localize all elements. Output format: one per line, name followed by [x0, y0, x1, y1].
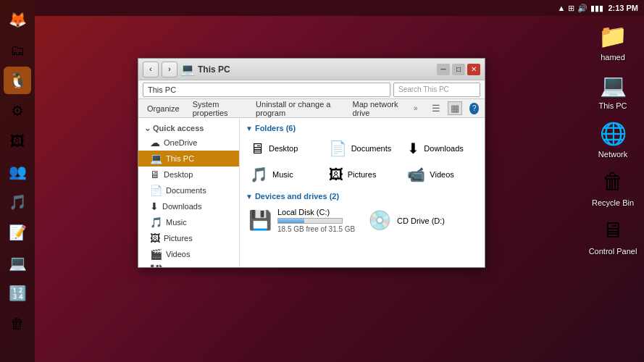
- cd-drive-name: CD Drive (D:): [397, 216, 445, 225]
- explorer-title-icon: 💻: [180, 62, 195, 76]
- control-panel-label: Control Panel: [589, 247, 637, 256]
- main-panel: ▼ Folders (6) 🖥 Desktop 📄 Documents ⬇ Do…: [240, 118, 485, 267]
- toolbar-more-button[interactable]: »: [414, 104, 418, 112]
- trash-icon[interactable]: 🗑: [4, 310, 31, 337]
- back-button[interactable]: ‹: [143, 62, 159, 77]
- this-pc-desktop-icon[interactable]: 💻 This PC: [587, 70, 638, 110]
- maximize-button[interactable]: □: [452, 64, 465, 75]
- folder-grid: 🖥 Desktop 📄 Documents ⬇ Downloads 🎵 Musi…: [246, 137, 479, 186]
- control-panel-img: 🖥: [598, 216, 627, 245]
- drives-arrow: ▼: [246, 193, 253, 201]
- sidebar-pictures[interactable]: 🖼 Pictures: [138, 230, 239, 246]
- folder-pictures-label: Pictures: [348, 170, 377, 179]
- drive-grid: 💾 Local Disk (C:) 18.5 GB free of 31.5 G…: [246, 205, 479, 236]
- files-icon[interactable]: 🗂: [4, 36, 31, 64]
- hamed-folder-icon[interactable]: 📁 hamed: [587, 22, 638, 62]
- folder-videos-icon: 📹: [407, 166, 425, 183]
- drives-header[interactable]: ▼ Devices and drives (2): [246, 192, 479, 201]
- folder-music-label: Music: [272, 170, 293, 179]
- hamed-folder-label: hamed: [601, 53, 625, 62]
- sidebar-music[interactable]: 🎵 Music: [138, 214, 239, 230]
- recycle-bin-label: Recycle Bin: [592, 198, 634, 207]
- sidebar-local-disk-label: Local Disk (C:): [166, 266, 218, 267]
- sidebar-local-disk[interactable]: 💾 Local Disk (C:): [138, 262, 239, 267]
- desktop-sidebar-icon: 🖥: [150, 169, 160, 180]
- pictures-sidebar-icon: 🖼: [150, 232, 160, 244]
- sidebar: ⌄ Quick access ☁ OneDrive 💻 This PC 🖥 De…: [138, 118, 240, 267]
- desktop-icons: 📁 hamed 💻 This PC 🌐 Network 🗑 Recycle Bi…: [587, 22, 638, 256]
- folder-documents-icon: 📄: [329, 140, 347, 157]
- calc-icon[interactable]: 🔢: [4, 279, 31, 307]
- close-button[interactable]: ✕: [467, 64, 480, 75]
- terminal-icon[interactable]: 💻: [4, 249, 31, 277]
- folder-music[interactable]: 🎵 Music: [246, 163, 322, 186]
- settings-icon[interactable]: ⚙: [4, 97, 31, 125]
- sidebar-documents-label: Documents: [166, 186, 206, 195]
- sidebar-music-label: Music: [166, 218, 187, 227]
- uninstall-button[interactable]: Uninstall or change a program: [253, 98, 342, 119]
- photos-icon[interactable]: 🖼: [4, 127, 31, 155]
- search-input[interactable]: Search This PC: [393, 83, 480, 97]
- explorer-window: ‹ › 💻 This PC ─ □ ✕ This PC Search This …: [138, 58, 485, 268]
- forward-button[interactable]: ›: [162, 62, 177, 77]
- ubuntu-icon[interactable]: 🐧: [4, 67, 31, 94]
- sidebar-downloads[interactable]: ⬇ Downloads: [138, 198, 239, 214]
- explorer-title: This PC: [198, 64, 230, 75]
- firefox-icon[interactable]: 🦊: [4, 6, 31, 33]
- cd-drive-item[interactable]: 💿 CD Drive (D:): [365, 205, 479, 236]
- cd-drive-info: CD Drive (D:): [397, 216, 445, 225]
- taskbar: 🦊 🗂 🐧 ⚙ 🖼 👥 🎵 📝 💻 🔢 🗑: [0, 0, 35, 362]
- recycle-bin-desktop-icon[interactable]: 🗑 Recycle Bin: [587, 167, 638, 207]
- network-desktop-icon[interactable]: 🌐 Network: [587, 119, 638, 159]
- music-icon[interactable]: 🎵: [4, 188, 31, 216]
- tray-battery: ▮▮▮: [590, 4, 603, 13]
- folder-desktop-label: Desktop: [269, 144, 298, 153]
- system-properties-button[interactable]: System properties: [190, 98, 246, 119]
- content-area: ⌄ Quick access ☁ OneDrive 💻 This PC 🖥 De…: [138, 118, 485, 267]
- window-controls: ─ □ ✕: [437, 64, 480, 75]
- folder-downloads[interactable]: ⬇ Downloads: [403, 137, 479, 160]
- folder-downloads-icon: ⬇: [407, 140, 419, 157]
- contacts-icon[interactable]: 👥: [4, 158, 31, 185]
- folder-pictures[interactable]: 🖼 Pictures: [325, 163, 401, 186]
- sidebar-videos[interactable]: 🎬 Videos: [138, 246, 239, 262]
- hamed-folder-img: 📁: [598, 22, 627, 51]
- tray-network: ⊞: [568, 4, 574, 13]
- view-large-icon[interactable]: ▦: [448, 101, 462, 115]
- local-disk-sidebar-icon: 💾: [150, 264, 162, 267]
- folders-header[interactable]: ▼ Folders (6): [246, 124, 479, 132]
- sidebar-onedrive[interactable]: ☁ OneDrive: [138, 135, 239, 151]
- local-disk-free: 18.5 GB free of 31.5 GB: [277, 225, 355, 233]
- sidebar-this-pc-label: This PC: [166, 154, 194, 163]
- control-panel-desktop-icon[interactable]: 🖥 Control Panel: [587, 216, 638, 256]
- clock: 2:13 PM: [608, 4, 638, 12]
- sidebar-videos-label: Videos: [166, 250, 190, 258]
- title-left: ‹ › 💻 This PC: [143, 62, 230, 77]
- minimize-button[interactable]: ─: [437, 64, 450, 75]
- notes-icon[interactable]: 📝: [4, 219, 31, 246]
- onedrive-icon: ☁: [150, 137, 160, 148]
- system-tray: ▲ ⊞ 🔊 ▮▮▮: [558, 4, 604, 13]
- sidebar-onedrive-label: OneDrive: [164, 138, 197, 147]
- view-details-icon[interactable]: ☰: [432, 103, 440, 114]
- address-input[interactable]: This PC: [143, 83, 390, 97]
- folder-documents[interactable]: 📄 Documents: [325, 137, 401, 160]
- sidebar-this-pc[interactable]: 💻 This PC: [138, 151, 239, 167]
- sidebar-desktop-label: Desktop: [164, 170, 193, 179]
- folder-desktop[interactable]: 🖥 Desktop: [246, 137, 322, 160]
- sidebar-downloads-label: Downloads: [162, 202, 201, 211]
- local-disk-name: Local Disk (C:): [277, 208, 355, 216]
- folder-videos[interactable]: 📹 Videos: [403, 163, 479, 186]
- help-icon[interactable]: ?: [469, 103, 479, 114]
- folders-arrow: ▼: [246, 125, 253, 132]
- quick-access-section[interactable]: ⌄ Quick access: [138, 121, 239, 135]
- organize-button[interactable]: Organize: [144, 103, 183, 114]
- tray-arrow[interactable]: ▲: [558, 4, 566, 12]
- sidebar-documents[interactable]: 📄 Documents: [138, 182, 239, 198]
- tray-volume[interactable]: 🔊: [577, 4, 587, 13]
- map-drive-button[interactable]: Map network drive: [350, 98, 406, 119]
- this-pc-label: This PC: [598, 101, 627, 110]
- sidebar-desktop[interactable]: 🖥 Desktop: [138, 167, 239, 182]
- local-disk-item[interactable]: 💾 Local Disk (C:) 18.5 GB free of 31.5 G…: [246, 205, 359, 236]
- recycle-bin-img: 🗑: [598, 167, 627, 196]
